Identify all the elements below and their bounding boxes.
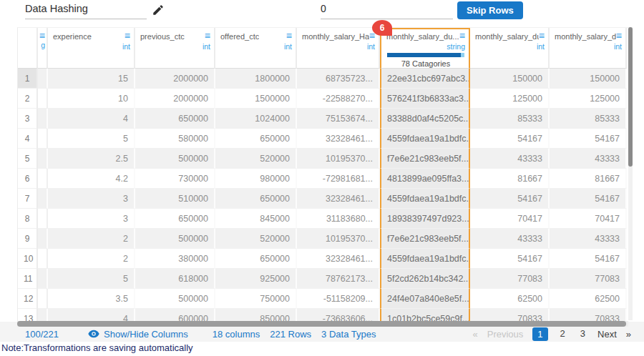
next-page-button[interactable]: Next: [597, 329, 617, 340]
next-page-arrow[interactable]: »: [626, 329, 631, 340]
edit-title-pencil-icon[interactable]: [152, 4, 165, 16]
cell: 4: [48, 109, 135, 129]
table-row: 21020000001500000-22588270...576241f3b68…: [18, 89, 627, 109]
row-number: 2: [18, 89, 38, 109]
row-number: 12: [18, 289, 38, 309]
column-menu-icon[interactable]: ≡: [459, 32, 465, 40]
column-type-label: int: [140, 42, 210, 51]
cell: 2.5: [48, 149, 135, 169]
category-distribution-bar: [387, 53, 464, 57]
cell: 2000000: [135, 89, 215, 109]
cell: 54167: [550, 129, 627, 149]
cell: 10: [48, 89, 135, 109]
column-header-monthly_salary_du[interactable]: monthly_salary_du...≡int: [470, 28, 550, 69]
skip-rows-button[interactable]: Skip Rows: [457, 1, 523, 19]
cell: 70833: [550, 309, 627, 321]
cell: 500000: [135, 289, 215, 309]
cell: [38, 149, 48, 169]
cell: [38, 229, 48, 249]
table-row: 8365000084500031183680...18938397497d923…: [18, 209, 627, 229]
cell: 1024000: [215, 109, 297, 129]
previous-page-button: Previous: [487, 329, 524, 340]
table-row: 123.5500000750000-51158209...24f4e07a840…: [18, 289, 627, 309]
column-name: previous_ctc: [140, 32, 185, 41]
cell: 1500000: [215, 89, 297, 109]
column-type-label: string: [386, 42, 465, 51]
data-table: ≡gexperience≡intprevious_ctc≡intoffered_…: [18, 28, 627, 321]
column-name: monthly_salary_Ha...: [302, 32, 369, 41]
cell: 2: [48, 249, 135, 269]
cell: [38, 249, 48, 269]
cell: 4.2: [48, 169, 135, 189]
cell: 81667: [550, 169, 627, 189]
dataset-stats: 18 columns 221 Rows 3 Data Types: [213, 329, 376, 340]
cell: 77083: [550, 269, 627, 289]
column-menu-icon[interactable]: ≡: [125, 32, 130, 40]
row-number: 4: [18, 129, 38, 149]
column-menu-icon[interactable]: ≡: [369, 32, 375, 40]
cell: 650000: [135, 209, 215, 229]
cell: [38, 109, 48, 129]
cell: 54167: [470, 189, 550, 209]
cell: 4559fdaea19a1bdfc...: [380, 249, 470, 269]
column-type-label: int: [475, 42, 545, 51]
cell: 43333: [470, 229, 550, 249]
cell: 77083: [470, 269, 550, 289]
vertical-scrollbar[interactable]: [628, 27, 633, 320]
page-button-2[interactable]: 2: [557, 327, 568, 341]
row-number: 3: [18, 109, 38, 129]
stat-rows: 221 Rows: [270, 329, 311, 340]
page-button-3[interactable]: 3: [577, 327, 588, 341]
column-header-clipped[interactable]: ≡g: [38, 28, 48, 69]
stat-columns: 18 columns: [213, 329, 260, 340]
cell: 10195370...: [297, 149, 380, 169]
cell: 78762173...: [297, 269, 380, 289]
column-type-label: g: [39, 41, 45, 49]
table-row: 11561800092500078762173...5f2cd262b14bc3…: [18, 269, 627, 289]
column-menu-icon[interactable]: ≡: [205, 32, 210, 40]
row-number-header: [18, 28, 38, 69]
cell: 1c01b2bc5ce59c9f...: [380, 309, 470, 321]
cell: 125000: [470, 89, 550, 109]
column-header-previous_ctc[interactable]: previous_ctc≡int: [135, 28, 215, 69]
horizontal-scrollbar-thumb[interactable]: [17, 321, 626, 327]
column-header-monthly_salary_du[interactable]: monthly_salary_du...≡string78 Catagories: [380, 28, 470, 69]
cell: 31183680...: [297, 209, 380, 229]
cell: 32328461...: [297, 129, 380, 149]
cell: [38, 269, 48, 289]
column-header-monthly_salary_Ha[interactable]: monthly_salary_Ha...≡int: [297, 28, 380, 69]
cell: [38, 189, 48, 209]
column-type-label: int: [53, 42, 130, 51]
column-header-monthly_salary_du[interactable]: monthly_salary_du...≡int: [550, 28, 627, 69]
cell: 520000: [215, 229, 297, 249]
table-row: 9250000052000010195370...f7e6e21c983eeb5…: [18, 229, 627, 249]
cell: [38, 289, 48, 309]
cell: 380000: [135, 249, 215, 269]
cell: [38, 309, 48, 321]
cell: 54167: [470, 249, 550, 269]
skip-rows-input[interactable]: [321, 1, 453, 19]
cell: 4559fdaea19a1bdfc...: [380, 129, 470, 149]
column-menu-icon[interactable]: ≡: [286, 32, 292, 40]
vertical-scrollbar-thumb[interactable]: [628, 27, 633, 167]
eye-icon: [88, 330, 99, 338]
cell: 510000: [135, 189, 215, 209]
pagination: « Previous 123 Next »: [473, 327, 631, 341]
column-menu-icon[interactable]: ≡: [39, 32, 45, 40]
column-header-offered_ctc[interactable]: offered_ctc≡int: [215, 28, 297, 69]
cell: 650000: [135, 109, 215, 129]
cell: 3: [48, 209, 135, 229]
autosave-note: Note:Transformations are saving automati…: [1, 342, 193, 353]
cell: 62500: [470, 289, 550, 309]
dataset-title-input[interactable]: [25, 1, 147, 19]
cell: [38, 69, 48, 89]
column-menu-icon[interactable]: ≡: [616, 32, 622, 40]
show-hide-columns-button[interactable]: Show/Hide Columns: [88, 329, 188, 340]
cell: 54167: [550, 189, 627, 209]
column-menu-icon[interactable]: ≡: [539, 32, 545, 40]
horizontal-scrollbar[interactable]: [17, 321, 628, 327]
cell: 576241f3b6833ac3...: [380, 89, 470, 109]
loaded-rows-indicator: 100/221: [25, 329, 68, 340]
cell: 4559fdaea19a1bdfc...: [380, 189, 470, 209]
column-header-experience[interactable]: experience≡int: [48, 28, 135, 69]
